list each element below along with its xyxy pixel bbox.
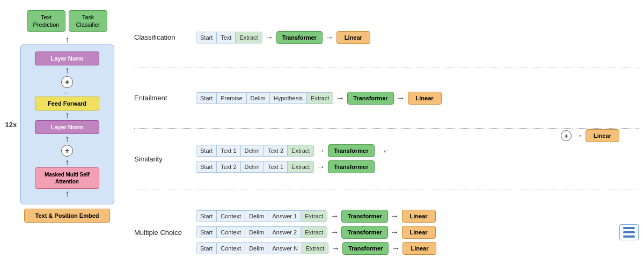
linear-pill-mc3: Linear [402,242,436,255]
output-boxes: Text Prediction Task Classifier [27,10,107,32]
text-pos-embed-box: Text & Position Embed [24,209,110,223]
arrow-mc3-linear: → [391,244,400,253]
token-start-mc2: Start [196,227,217,238]
arrow-to-masked: ↑ [65,158,69,167]
similarity-combine: + → Linear [561,129,619,142]
token-start: Start [196,32,217,43]
mc-row-1: Start Context Delim Answer 1 Extract → T… [196,210,616,223]
mc-tokens-2: Start Context Delim Answer 2 Extract [196,226,327,238]
combine-arrow-top: ⌐ [384,147,388,154]
plus-circle-1: + [61,76,73,88]
linear-pill-mc2: Linear [402,226,436,239]
classification-content: Start Text Extract → Transformer → Linea… [196,31,639,44]
bar-3 [623,235,635,238]
arrow-up-top: ↑ [65,35,69,44]
token-start-s1: Start [196,145,217,156]
token-extract-s2: Extract [288,161,313,172]
token-context-mc2: Context [217,227,245,238]
token-context-mc3: Context [217,243,245,254]
task-classifier-box: Task Classifier [69,10,107,32]
entailment-content: Start Premise Delim Hypothesis Extract →… [196,92,639,105]
similarity-row-2: Start Text 2 Delim Text 1 Extract → Tran… [196,160,375,173]
masked-multi-box: Masked Multi Self Attention [35,167,99,189]
mc-tokens-3: Start Context Delim Answer N Extract [196,242,328,254]
transformer-block: Layer Norm ↑ + ← Feed Forward ↑ Layer No… [20,45,114,204]
feed-forward-box: Feed Forward [35,97,99,110]
classification-label: Classification [134,33,196,41]
similarity-row: Similarity Start Text 1 Delim Text 2 Ext… [134,129,639,189]
entailment-row: Entailment Start Premise Delim Hypothesi… [134,68,639,129]
similarity-plus: + [561,130,572,141]
mc-row-2: Start Context Delim Answer 2 Extract → T… [196,226,616,239]
feed-forward-item: Feed Forward [28,97,106,110]
arrow-bottom: ↑ [65,189,69,198]
token-extract-mc2: Extract [301,227,327,238]
token-hypothesis: Hypothesis [270,93,307,104]
arrow-to-transformer: → [265,33,274,42]
token-text1-s2: Text 1 [264,161,288,172]
token-extract-e: Extract [307,93,333,104]
similarity-combine-arrows: ⌐ [377,147,388,154]
token-delim-e: Delim [247,93,270,104]
arrow-sim-linear: → [574,131,583,141]
right-panel: Classification Start Text Extract → Tran… [134,5,639,276]
arrow-between-ln2-plus: ↑ [65,135,69,143]
token-text2-s1: Text 2 [264,145,288,156]
arrow-to-ff: ← [64,90,70,96]
token-extract: Extract [236,32,261,43]
plus-row-2: + [61,144,73,158]
transformer-pill-s2: Transformer [328,160,374,173]
arrow-s2-transformer: → [317,162,325,172]
arrow-below-ff: ↑ [65,111,69,120]
similarity-content: Start Text 1 Delim Text 2 Extract → Tran… [196,144,639,173]
bar-1 [623,227,635,229]
token-start-e: Start [196,93,217,104]
mc-bars [619,224,639,240]
token-answer1-mc1: Answer 1 [268,211,301,222]
linear-pill-s: Linear [586,129,619,142]
linear-pill-mc1: Linear [402,210,436,223]
entailment-label: Entailment [134,94,196,102]
token-extract-mc1: Extract [301,211,327,222]
similarity-row-1: Start Text 1 Delim Text 2 Extract → Tran… [196,144,388,157]
transformer-pill-mc1: Transformer [341,210,387,223]
arrow-mc2-transformer: → [330,227,339,237]
multiple-choice-content: Start Context Delim Answer 1 Extract → T… [196,210,639,255]
token-extract-s1: Extract [288,145,313,156]
classification-row: Classification Start Text Extract → Tran… [134,8,639,68]
mc-row-3: Start Context Delim Answer N Extract → T… [196,242,616,255]
token-start-mc3: Start [196,243,217,254]
linear-pill: Linear [336,31,370,44]
arrow-mc1-linear: → [391,211,399,221]
entailment-tokens: Start Premise Delim Hypothesis Extract [196,92,333,104]
similarity-tokens-2: Start Text 2 Delim Text 1 Extract [196,161,314,173]
layer-norm-2-item: Layer Norm [28,120,106,134]
layer-norm-2-box: Layer Norm [35,120,99,134]
token-text2-s2: Text 2 [217,161,240,172]
token-delim-s1: Delim [241,145,264,156]
arrow-e-linear: → [397,93,405,103]
token-start-mc1: Start [196,211,217,222]
multiple-choice-row: Multiple Choice Start Context Delim Answ… [134,189,639,275]
mc-combine-indicator [619,224,639,240]
transformer-pill: Transformer [276,31,323,44]
arrow-to-linear: → [325,33,334,42]
bar-2 [623,231,635,233]
arrow-mc2-linear: → [391,227,399,237]
token-text1-s1: Text 1 [217,145,240,156]
arrow-mc3-transformer: → [331,244,340,253]
transformer-pill-s1: Transformer [328,144,374,157]
token-answerN-mc3: Answer N [268,243,302,254]
token-answer2-mc2: Answer 2 [268,227,301,238]
token-delim-mc3: Delim [245,243,268,254]
transformer-pill-mc2: Transformer [341,226,387,239]
arrow-mc1-transformer: → [330,211,339,221]
plus-circle-2: + [61,145,73,157]
token-delim-s2: Delim [241,161,264,172]
multiple-choice-label: Multiple Choice [134,229,196,237]
token-context-mc1: Context [217,211,245,222]
token-delim-mc1: Delim [245,211,268,222]
token-premise: Premise [217,93,246,104]
linear-pill-e: Linear [408,92,442,105]
token-text: Text [217,32,236,43]
